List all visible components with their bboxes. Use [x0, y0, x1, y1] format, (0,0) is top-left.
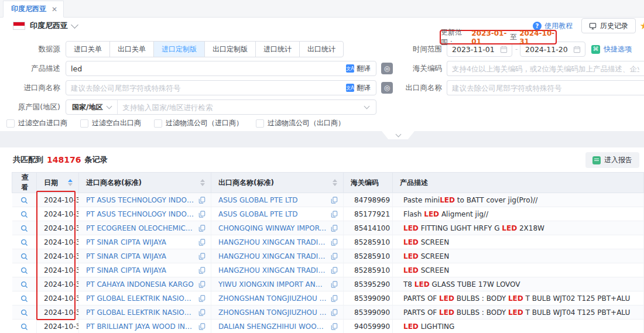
- importer-link[interactable]: PT CAHAYA INDONESIA KARGO: [86, 280, 194, 289]
- origin-search-input[interactable]: [118, 103, 365, 112]
- copy-icon[interactable]: [331, 211, 338, 218]
- importer-link[interactable]: PT SINAR CIPTA WIJAYA: [86, 252, 166, 260]
- favorite-star-icon[interactable]: ★: [640, 20, 644, 32]
- copy-icon[interactable]: [198, 225, 205, 232]
- view-magnifier-icon[interactable]: [20, 308, 28, 317]
- chevron-down-icon[interactable]: [71, 21, 78, 29]
- view-magnifier-icon[interactable]: [20, 280, 28, 289]
- sort-carets-icon[interactable]: [200, 179, 205, 186]
- collapse-handle[interactable]: [382, 131, 415, 139]
- enter-report-button[interactable]: 进入报告: [585, 152, 639, 168]
- view-cell: [12, 320, 37, 333]
- tab-indonesia[interactable]: 印度尼西亚 ✕: [3, 1, 64, 18]
- sort-carets-icon[interactable]: [333, 179, 337, 186]
- copy-icon[interactable]: [198, 267, 205, 274]
- filter-checkbox-3[interactable]: 过滤物流公司（进口商）: [154, 118, 243, 128]
- importer-link[interactable]: PT ASUS TECHNOLOGY INDONESIA BA...: [86, 196, 195, 204]
- copy-icon[interactable]: [331, 197, 338, 204]
- translate-button[interactable]: 文A 翻译: [341, 83, 376, 93]
- column-header-2[interactable]: 日期: [37, 173, 79, 193]
- origin-type-label: 国家/地区: [72, 102, 102, 112]
- filter-checkbox-1[interactable]: 过滤空白进口商: [6, 118, 67, 128]
- exporter-link[interactable]: HANGZHOU XINGCAN TRADING CO LTD: [218, 238, 327, 246]
- history-button[interactable]: 历史记录: [581, 18, 636, 33]
- exporter-link[interactable]: YIWU XIONGXIN IMPORT AND EXPORT...: [218, 280, 327, 289]
- end-date-input[interactable]: [520, 45, 573, 54]
- exporter-label: 出口商名称: [382, 80, 442, 95]
- quick-options-button[interactable]: ⌘ 快捷选项: [591, 42, 632, 57]
- exporter-link[interactable]: DALIAN SHENGZHIHUI WOOD INDUST...: [218, 322, 327, 331]
- copy-icon[interactable]: [198, 323, 205, 330]
- importer-link[interactable]: PT BRILLIANT JAYA WOOD INDUSTRY: [86, 322, 195, 331]
- datasource-tab-2[interactable]: 出口关单: [109, 41, 154, 57]
- hs-code-cell: 85285910: [344, 235, 393, 249]
- importer-link[interactable]: PT SINAR CIPTA WIJAYA: [86, 266, 166, 274]
- datasource-tab-1[interactable]: 进口关单: [66, 41, 110, 57]
- exporter-link[interactable]: HANGZHOU XINGCAN TRADING CO LTD: [218, 252, 327, 260]
- view-magnifier-icon[interactable]: [20, 210, 28, 218]
- exporter-input[interactable]: [447, 84, 644, 92]
- sort-carets-icon[interactable]: [68, 179, 73, 186]
- view-magnifier-icon[interactable]: [20, 196, 28, 204]
- origin-type-select[interactable]: 国家/地区: [66, 100, 118, 114]
- view-cell: [12, 277, 37, 291]
- importer-link[interactable]: PT GLOBAL ELEKTRIK NASIONAL: [86, 294, 195, 303]
- view-magnifier-icon[interactable]: [20, 252, 28, 260]
- product-desc-input[interactable]: [66, 64, 341, 73]
- copy-icon[interactable]: [331, 309, 338, 316]
- view-magnifier-icon[interactable]: [20, 294, 28, 303]
- update-range-middle: 至: [510, 32, 517, 42]
- close-icon[interactable]: ✕: [52, 5, 57, 13]
- column-header-3[interactable]: 进口商名称(标准): [79, 173, 211, 193]
- importer-link[interactable]: PT ECOGREEN OLEOCHEMICALS: [86, 224, 195, 232]
- view-magnifier-icon[interactable]: [20, 266, 28, 274]
- checkbox-box[interactable]: [256, 119, 264, 128]
- copy-icon[interactable]: [198, 239, 205, 246]
- importer-input[interactable]: [66, 84, 341, 92]
- checkbox-label: 过滤空白出口商: [92, 118, 141, 128]
- exporter-link[interactable]: HANGZHOU XINGCAN TRADING CO LTD: [218, 266, 327, 274]
- checkbox-box[interactable]: [6, 119, 15, 128]
- view-cell: [12, 249, 37, 263]
- importer-link[interactable]: PT SINAR CIPTA WIJAYA: [86, 238, 166, 246]
- datasource-tab-4[interactable]: 出口定制版: [204, 41, 256, 57]
- filter-checkbox-2[interactable]: 过滤空白出口商: [80, 118, 141, 128]
- exporter-cell: YIWU XIONGXIN IMPORT AND EXPORT...: [211, 277, 344, 291]
- copy-icon[interactable]: [331, 253, 338, 260]
- copy-icon[interactable]: [198, 197, 205, 204]
- column-label: 出口商名称(标准): [218, 178, 274, 188]
- copy-icon[interactable]: [331, 323, 338, 330]
- copy-icon[interactable]: [331, 295, 338, 302]
- datasource-tab-3[interactable]: 进口定制版: [153, 41, 205, 57]
- exporter-link[interactable]: ASUS GLOBAL PTE LTD: [218, 210, 298, 218]
- exporter-cell: HANGZHOU XINGCAN TRADING CO LTD: [211, 263, 344, 277]
- datasource-tab-5[interactable]: 进口统计: [255, 41, 300, 57]
- checkbox-box[interactable]: [80, 119, 88, 128]
- view-magnifier-icon[interactable]: [20, 322, 28, 331]
- importer-link[interactable]: PT ASUS TECHNOLOGY INDONESIA BA...: [86, 210, 195, 218]
- copy-icon[interactable]: [331, 267, 338, 274]
- copy-icon[interactable]: [198, 281, 205, 288]
- copy-icon[interactable]: [198, 309, 205, 316]
- column-header-4[interactable]: 出口商名称(标准): [211, 173, 344, 193]
- hs-code-input[interactable]: [447, 64, 644, 73]
- translate-button[interactable]: 文A 翻译: [341, 64, 376, 74]
- copy-icon[interactable]: [331, 225, 338, 232]
- exporter-link[interactable]: ZHONGSHAN TONGJIUZHOU INTERNA...: [218, 308, 327, 317]
- copy-icon[interactable]: [198, 211, 205, 218]
- datasource-tab-6[interactable]: 出口统计: [299, 41, 344, 57]
- checkbox-label: 过滤物流公司（进口商）: [166, 118, 243, 128]
- copy-icon[interactable]: [198, 253, 205, 260]
- copy-icon[interactable]: [331, 281, 338, 288]
- exporter-link[interactable]: CHONGQING WINWAY IMPORT AND E...: [218, 224, 327, 232]
- importer-link[interactable]: PT GLOBAL ELEKTRIK NASIONAL: [86, 308, 195, 317]
- exporter-link[interactable]: ZHONGSHAN TONGJIUZHOU INTERNA...: [218, 294, 327, 303]
- chevron-down-icon[interactable]: [364, 104, 370, 109]
- view-magnifier-icon[interactable]: [20, 238, 28, 246]
- copy-icon[interactable]: [198, 295, 205, 302]
- checkbox-box[interactable]: [154, 119, 162, 128]
- view-magnifier-icon[interactable]: [20, 224, 28, 232]
- exporter-link[interactable]: ASUS GLOBAL PTE LTD: [218, 196, 298, 204]
- copy-icon[interactable]: [331, 239, 338, 246]
- filter-checkbox-4[interactable]: 过滤物流公司（出口商）: [256, 118, 345, 128]
